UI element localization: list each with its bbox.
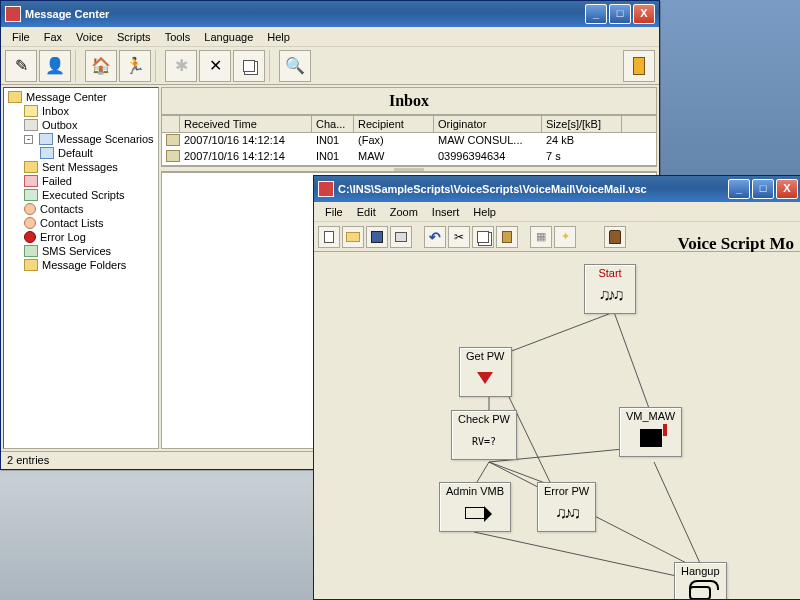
app-icon <box>318 181 334 197</box>
clipboard-icon[interactable] <box>604 226 626 248</box>
col-received[interactable]: Received Time <box>180 116 312 132</box>
tree-executed[interactable]: Executed Scripts <box>6 188 156 202</box>
new-icon[interactable] <box>318 226 340 248</box>
col-size[interactable]: Size[s]/[kB] <box>542 116 622 132</box>
list-row[interactable]: 2007/10/16 14:12:14 IN01 MAW 03996394634… <box>162 149 656 165</box>
tool-exit-icon[interactable] <box>623 50 655 82</box>
sms-icon <box>24 245 38 257</box>
music-icon: ♫♪♫ <box>591 281 629 309</box>
script-canvas[interactable]: Start ♫♪♫ Get PW Check PW RV=? VM_MAW Ad… <box>314 252 800 599</box>
tool-b-icon[interactable]: ✦ <box>554 226 576 248</box>
folder-icon <box>24 259 38 271</box>
svg-line-6 <box>489 462 704 572</box>
failed-icon <box>24 175 38 187</box>
menu-fax[interactable]: Fax <box>37 29 69 45</box>
outbox-icon <box>24 119 38 131</box>
tool-run-icon[interactable]: 🏃 <box>119 50 151 82</box>
titlebar[interactable]: Message Center _ □ X <box>1 1 659 27</box>
node-hangup[interactable]: Hangup <box>674 562 727 599</box>
svg-line-1 <box>614 312 654 422</box>
tree-error-log[interactable]: Error Log <box>6 230 156 244</box>
app-icon <box>5 6 21 22</box>
folder-tree[interactable]: Message Center Inbox Outbox -Message Sce… <box>3 87 159 449</box>
node-vm-maw[interactable]: VM_MAW <box>619 407 682 457</box>
executed-icon <box>24 189 38 201</box>
titlebar[interactable]: C:\INS\SampleScripts\VoiceScripts\VoiceM… <box>314 176 800 202</box>
menubar: File Edit Zoom Insert Help <box>314 202 800 222</box>
tree-failed[interactable]: Failed <box>6 174 156 188</box>
col-channel[interactable]: Cha... <box>312 116 354 132</box>
voice-item-icon <box>166 150 180 162</box>
tree-inbox[interactable]: Inbox <box>6 104 156 118</box>
minimize-button[interactable]: _ <box>585 4 607 24</box>
mailbox-icon <box>632 424 670 452</box>
list-header[interactable]: Received Time Cha... Recipient Originato… <box>162 116 656 133</box>
contact-icon <box>24 203 36 215</box>
record-icon <box>466 364 504 392</box>
minimize-button[interactable]: _ <box>728 179 750 199</box>
menu-help[interactable]: Help <box>466 204 503 220</box>
phone-icon <box>681 579 719 599</box>
scenario-icon <box>40 147 54 159</box>
tree-sent[interactable]: Sent Messages <box>6 160 156 174</box>
voice-script-window: C:\INS\SampleScripts\VoiceScripts\VoiceM… <box>313 175 800 600</box>
tree-root[interactable]: Message Center <box>6 90 156 104</box>
window-title: Message Center <box>25 8 109 20</box>
menu-edit[interactable]: Edit <box>350 204 383 220</box>
toolbar: ✎ 👤 🏠 🏃 ✱ ✕ 🔍 <box>1 47 659 85</box>
tree-default[interactable]: Default <box>6 146 156 160</box>
node-check-pw[interactable]: Check PW RV=? <box>451 410 517 460</box>
error-icon <box>24 231 36 243</box>
node-start[interactable]: Start ♫♪♫ <box>584 264 636 314</box>
tree-contact-lists[interactable]: Contact Lists <box>6 216 156 230</box>
menu-zoom[interactable]: Zoom <box>383 204 425 220</box>
cut-icon[interactable]: ✂ <box>448 226 470 248</box>
svg-line-0 <box>509 312 614 352</box>
menu-insert[interactable]: Insert <box>425 204 467 220</box>
tool-mic-icon[interactable]: 🔍 <box>279 50 311 82</box>
menu-voice[interactable]: Voice <box>69 29 110 45</box>
tool-copy-icon[interactable] <box>233 50 265 82</box>
save-icon[interactable] <box>366 226 388 248</box>
node-error-pw[interactable]: Error PW ♫♪♫ <box>537 482 596 532</box>
undo-icon[interactable]: ↶ <box>424 226 446 248</box>
folder-icon <box>24 161 38 173</box>
open-icon[interactable] <box>342 226 364 248</box>
node-admin-vmb[interactable]: Admin VMB <box>439 482 511 532</box>
menu-file[interactable]: File <box>318 204 350 220</box>
menu-language[interactable]: Language <box>197 29 260 45</box>
maximize-button[interactable]: □ <box>752 179 774 199</box>
menu-file[interactable]: File <box>5 29 37 45</box>
menu-tools[interactable]: Tools <box>158 29 198 45</box>
svg-line-8 <box>654 462 704 572</box>
menu-help[interactable]: Help <box>260 29 297 45</box>
node-get-pw[interactable]: Get PW <box>459 347 512 397</box>
scenario-icon <box>39 133 53 145</box>
tool-compose-icon[interactable]: ✎ <box>5 50 37 82</box>
print-icon[interactable] <box>390 226 412 248</box>
list-row[interactable]: 2007/10/16 14:12:14 IN01 (Fax) MAW CONSU… <box>162 133 656 149</box>
col-originator[interactable]: Originator <box>434 116 542 132</box>
close-button[interactable]: X <box>776 179 798 199</box>
contact-icon <box>24 217 36 229</box>
folder-icon <box>8 91 22 103</box>
tree-outbox[interactable]: Outbox <box>6 118 156 132</box>
col-recipient[interactable]: Recipient <box>354 116 434 132</box>
collapse-icon[interactable]: - <box>24 135 33 144</box>
list-title: Inbox <box>161 87 657 115</box>
tool-delete-icon[interactable]: ✕ <box>199 50 231 82</box>
maximize-button[interactable]: □ <box>609 4 631 24</box>
tree-scenarios[interactable]: -Message Scenarios <box>6 132 156 146</box>
tree-msg-folders[interactable]: Message Folders <box>6 258 156 272</box>
tree-sms[interactable]: SMS Services <box>6 244 156 258</box>
copy-icon[interactable] <box>472 226 494 248</box>
menu-scripts[interactable]: Scripts <box>110 29 158 45</box>
close-button[interactable]: X <box>633 4 655 24</box>
tree-contacts[interactable]: Contacts <box>6 202 156 216</box>
inbox-icon <box>24 105 38 117</box>
tool-send-icon[interactable]: 🏠 <box>85 50 117 82</box>
tool-a-icon[interactable]: ▦ <box>530 226 552 248</box>
tool-flag-icon[interactable]: ✱ <box>165 50 197 82</box>
tool-user-icon[interactable]: 👤 <box>39 50 71 82</box>
paste-icon[interactable] <box>496 226 518 248</box>
